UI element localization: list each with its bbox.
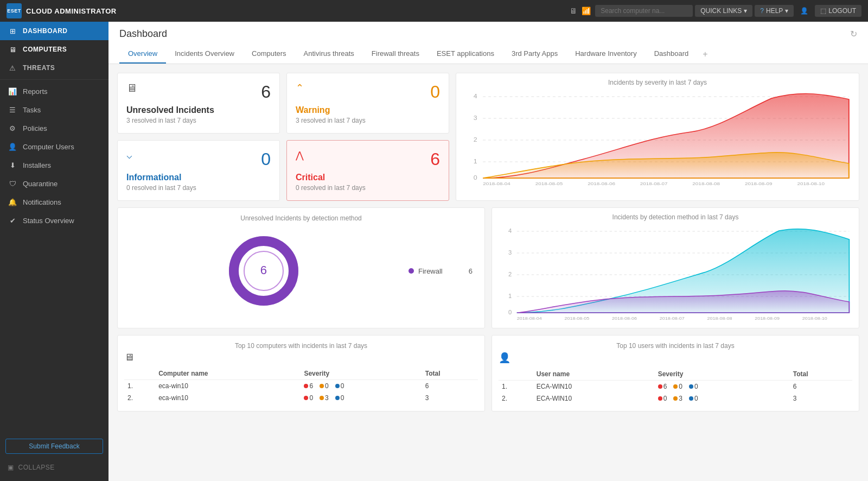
tab-firewall-threats[interactable]: Firewall threats bbox=[363, 45, 428, 64]
monitor-icon: 🖥 bbox=[8, 45, 17, 54]
card-header-warning: ⌃ 0 bbox=[296, 82, 440, 102]
rank-2: 2. bbox=[124, 392, 155, 404]
severity-2: 0 3 0 bbox=[301, 392, 422, 404]
gear-icon: ⚙ bbox=[8, 123, 17, 133]
svg-text:1: 1 bbox=[508, 293, 512, 299]
top-users-panel: Top 10 users with incidents in last 7 da… bbox=[492, 335, 859, 412]
svg-text:0: 0 bbox=[508, 309, 512, 315]
col-severity-u: Severity bbox=[655, 368, 790, 381]
svg-text:3: 3 bbox=[508, 250, 512, 256]
unresolved-count: 6 bbox=[261, 82, 271, 102]
middle-cards: ⌃ 0 Warning 3 resolved in last 7 days ⋀ … bbox=[286, 73, 449, 201]
critical-label: Critical bbox=[296, 173, 440, 182]
detection-method-chart-area: 4 3 2 1 0 bbox=[499, 223, 852, 322]
search-input[interactable] bbox=[595, 5, 693, 17]
refresh-icon[interactable]: ↻ bbox=[850, 29, 857, 39]
sidebar-item-computer-users[interactable]: 👤 Computer Users bbox=[0, 137, 108, 156]
tabs-bar: Overview Incidents Overview Computers An… bbox=[119, 45, 857, 64]
severity-chart-panel: Incidents by severity in last 7 days 4 3… bbox=[456, 73, 859, 201]
sidebar-bottom: Submit Feedback ▣ COLLAPSE bbox=[0, 430, 108, 481]
svg-text:4: 4 bbox=[508, 228, 512, 234]
monitor-icon: 🖥 bbox=[570, 7, 577, 15]
svg-text:2018-08-08: 2018-08-08 bbox=[707, 315, 732, 320]
informational-sublabel: 0 resolved in last 7 days bbox=[126, 184, 271, 192]
quick-links-button[interactable]: QUICK LINKS ▾ bbox=[695, 5, 752, 17]
app-name: CLOUD ADMINISTRATOR bbox=[26, 7, 117, 15]
severity-chart-area: 4 3 2 1 0 bbox=[463, 88, 852, 188]
tab-overview[interactable]: Overview bbox=[119, 45, 166, 64]
svg-text:2: 2 bbox=[474, 137, 477, 143]
rank-u-2: 2. bbox=[499, 393, 533, 404]
svg-text:2018-08-07: 2018-08-07 bbox=[640, 181, 668, 186]
left-cards: 🖥 6 Unresolved Incidents 3 resolved in l… bbox=[117, 73, 280, 201]
tab-3rd-party-apps[interactable]: 3rd Party Apps bbox=[503, 45, 566, 64]
svg-text:2018-08-09: 2018-08-09 bbox=[755, 315, 780, 320]
tab-eset-applications[interactable]: ESET applications bbox=[428, 45, 503, 64]
table-header-row-computers: 🖥 bbox=[124, 352, 478, 363]
sidebar-item-tasks[interactable]: ☰ Tasks bbox=[0, 100, 108, 119]
table-header-row-users: 👤 bbox=[499, 352, 852, 364]
bell-icon: 🔔 bbox=[8, 197, 17, 207]
wifi-icon: 📶 bbox=[582, 7, 591, 15]
tab-antivirus-threats[interactable]: Antivirus threats bbox=[295, 45, 363, 64]
help-button[interactable]: ? HELP ▾ bbox=[755, 5, 794, 17]
tab-hardware-inventory[interactable]: Hardware Inventory bbox=[566, 45, 645, 64]
content-header: Dashboard ↻ Overview Incidents Overview … bbox=[108, 22, 868, 64]
add-tab-button[interactable]: + bbox=[697, 45, 713, 64]
page-title: Dashboard bbox=[119, 28, 167, 40]
sidebar-item-quarantine[interactable]: 🛡 Quarantine bbox=[0, 174, 108, 193]
tables-row: Top 10 computers with incidents in last … bbox=[117, 335, 859, 412]
computers-table: Computer name Severity Total 1. eca-win1… bbox=[124, 368, 478, 404]
total-2: 3 bbox=[422, 392, 478, 404]
table-row: 2. ECA-WIN10 0 3 0 3 bbox=[499, 393, 852, 404]
sidebar-item-reports[interactable]: 📊 Reports bbox=[0, 82, 108, 100]
total-1: 6 bbox=[422, 380, 478, 393]
top-users-title: Top 10 users with incidents in last 7 da… bbox=[499, 342, 852, 350]
table-row: 1. eca-win10 6 0 0 6 bbox=[124, 380, 478, 393]
sidebar-item-policies[interactable]: ⚙ Policies bbox=[0, 119, 108, 137]
topbar-right: 🖥 📶 QUICK LINKS ▾ ? HELP ▾ 👤 ⬚ LOGOUT bbox=[570, 5, 861, 17]
svg-text:2018-08-07: 2018-08-07 bbox=[660, 315, 685, 320]
col-computer-name: Computer name bbox=[155, 368, 301, 380]
sidebar-item-status-overview[interactable]: ✔ Status Overview bbox=[0, 211, 108, 230]
arrow-down-icon: ⌵ bbox=[126, 149, 132, 161]
warning-card: ⌃ 0 Warning 3 resolved in last 7 days bbox=[286, 73, 449, 134]
donut-container: 6 Firewall 6 bbox=[124, 227, 478, 314]
card-header-critical: ⋀ 6 bbox=[296, 149, 440, 169]
warning-label: Warning bbox=[296, 105, 440, 115]
sidebar-item-computers[interactable]: 🖥 COMPUTERS bbox=[0, 40, 108, 59]
app-logo: ESET CLOUD ADMINISTRATOR bbox=[7, 3, 117, 18]
tab-incidents-overview[interactable]: Incidents Overview bbox=[166, 45, 243, 64]
sidebar-item-dashboard[interactable]: ⊞ DASHBOARD bbox=[0, 22, 108, 40]
submit-feedback-button[interactable]: Submit Feedback bbox=[5, 439, 103, 454]
top-row: 🖥 6 Unresolved Incidents 3 resolved in l… bbox=[117, 73, 859, 201]
unresolved-label: Unresolved Incidents bbox=[126, 105, 271, 115]
sidebar-item-notifications[interactable]: 🔔 Notifications bbox=[0, 193, 108, 211]
warning-sublabel: 3 resolved in last 7 days bbox=[296, 117, 440, 124]
monitor-card-icon: 🖥 bbox=[126, 82, 137, 94]
logout-button[interactable]: ⬚ LOGOUT bbox=[815, 5, 861, 17]
collapse-icon: ▣ bbox=[8, 464, 14, 471]
severity-u-1: 6 0 0 bbox=[655, 381, 790, 393]
tab-computers[interactable]: Computers bbox=[243, 45, 295, 64]
collapse-button[interactable]: ▣ COLLAPSE bbox=[0, 458, 108, 477]
user-name-1: ECA-WIN10 bbox=[533, 381, 655, 393]
svg-text:2018-08-06: 2018-08-06 bbox=[612, 315, 637, 320]
sidebar-item-installers[interactable]: ⬇ Installers bbox=[0, 156, 108, 174]
list-icon: ☰ bbox=[8, 105, 17, 115]
donut-center-value: 6 bbox=[260, 263, 267, 277]
tab-dashboard2[interactable]: Dashboard bbox=[646, 45, 698, 64]
grid-icon: ⊞ bbox=[8, 26, 17, 36]
sidebar-item-threats[interactable]: ⚠ THREATS bbox=[0, 59, 108, 77]
col-total: Total bbox=[422, 368, 478, 380]
table-row: 1. ECA-WIN10 6 0 0 6 bbox=[499, 381, 852, 393]
critical-count: 6 bbox=[430, 149, 440, 169]
user-icon-button[interactable]: 👤 bbox=[796, 5, 813, 17]
donut-svg: 6 bbox=[130, 233, 398, 309]
download-icon: ⬇ bbox=[8, 160, 17, 170]
main-layout: ⊞ DASHBOARD 🖥 COMPUTERS ⚠ THREATS 📊 Repo… bbox=[0, 22, 868, 481]
col-total-u: Total bbox=[790, 368, 852, 381]
shield-icon: 🛡 bbox=[8, 179, 17, 188]
top-computers-panel: Top 10 computers with incidents in last … bbox=[117, 335, 485, 412]
svg-text:2018-08-06: 2018-08-06 bbox=[588, 181, 615, 186]
